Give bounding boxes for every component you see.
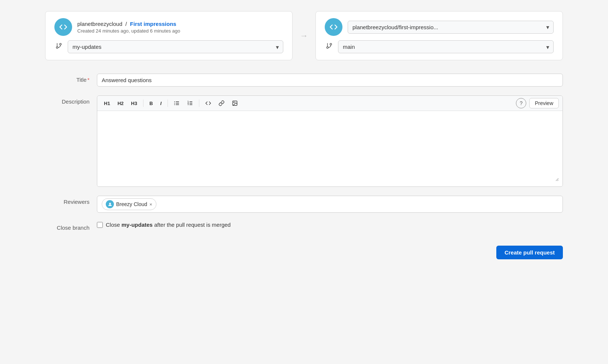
reviewers-row: Reviewers Breezy Cloud × bbox=[45, 196, 563, 213]
source-branch-select[interactable]: my-updates main develop bbox=[68, 40, 283, 53]
toolbar-right: ? Preview bbox=[516, 98, 559, 108]
image-button[interactable] bbox=[229, 98, 241, 108]
close-branch-row: Close branch Close my-updates after the … bbox=[45, 222, 563, 231]
reviewers-field[interactable]: Breezy Cloud × bbox=[97, 196, 563, 213]
description-row: Description H1 H2 H3 B I bbox=[45, 95, 563, 187]
h2-button[interactable]: H2 bbox=[115, 99, 127, 108]
unordered-list-button[interactable] bbox=[171, 98, 183, 108]
target-branch-select[interactable]: main develop my-updates bbox=[338, 40, 554, 53]
h3-button[interactable]: H3 bbox=[128, 99, 140, 108]
description-editor: H1 H2 H3 B I bbox=[97, 95, 563, 187]
svg-point-19 bbox=[234, 102, 234, 103]
close-branch-name: my-updates bbox=[122, 222, 153, 228]
editor-toolbar: H1 H2 H3 B I bbox=[97, 96, 563, 111]
source-repo-avatar bbox=[54, 18, 72, 36]
toolbar-separator-2 bbox=[168, 100, 168, 107]
repo-comparison-row: planetbreezycloud / First impressions Cr… bbox=[45, 11, 563, 60]
toolbar-separator-1 bbox=[143, 100, 143, 107]
bold-button[interactable]: B bbox=[146, 99, 156, 108]
source-repo-card: planetbreezycloud / First impressions Cr… bbox=[45, 11, 293, 60]
description-control: H1 H2 H3 B I bbox=[97, 95, 563, 187]
pr-form: Title* Description H1 H2 H3 B I bbox=[45, 74, 563, 259]
preview-button[interactable]: Preview bbox=[529, 98, 559, 108]
create-pr-button[interactable]: Create pull request bbox=[496, 246, 563, 259]
source-repo-org: planetbreezycloud bbox=[77, 21, 122, 27]
target-repo-select[interactable]: planetbreezycloud/first-impressio... bbox=[348, 21, 554, 34]
toolbar-separator-3 bbox=[199, 100, 199, 107]
svg-point-11 bbox=[174, 104, 175, 105]
target-repo-select-wrapper[interactable]: planetbreezycloud/first-impressio... bbox=[348, 21, 554, 34]
target-branch-select-wrapper[interactable]: main develop my-updates bbox=[338, 40, 554, 53]
ordered-list-button[interactable]: 1. 2. 3. bbox=[184, 98, 196, 108]
svg-point-9 bbox=[174, 101, 175, 102]
italic-button[interactable]: I bbox=[157, 99, 165, 108]
help-button[interactable]: ? bbox=[516, 98, 526, 108]
description-textarea[interactable] bbox=[101, 115, 559, 181]
merge-arrow: → bbox=[300, 31, 308, 41]
close-branch-text: Close my-updates after the pull request … bbox=[106, 222, 231, 228]
close-branch-checkbox[interactable] bbox=[97, 222, 103, 228]
title-required: * bbox=[87, 77, 89, 83]
title-input[interactable] bbox=[97, 74, 563, 87]
target-repo-avatar bbox=[325, 18, 342, 36]
h1-button[interactable]: H1 bbox=[101, 99, 113, 108]
description-label: Description bbox=[45, 95, 89, 105]
source-branch-icon bbox=[54, 43, 63, 51]
title-label: Title* bbox=[45, 74, 89, 83]
reviewer-avatar bbox=[106, 200, 114, 208]
close-branch-option: Close my-updates after the pull request … bbox=[97, 222, 563, 228]
source-branch-select-wrapper[interactable]: my-updates main develop bbox=[68, 40, 283, 53]
close-branch-text-post: after the pull request is merged bbox=[153, 222, 231, 228]
target-repo-card: planetbreezycloud/first-impressio... mai… bbox=[315, 11, 563, 60]
title-row: Title* bbox=[45, 74, 563, 87]
svg-point-10 bbox=[174, 103, 175, 104]
close-branch-label: Close branch bbox=[45, 222, 89, 231]
reviewer-tag: Breezy Cloud × bbox=[102, 198, 156, 210]
editor-body[interactable] bbox=[97, 111, 563, 186]
link-button[interactable] bbox=[216, 98, 227, 108]
source-repo-meta: Created 24 minutes ago, updated 6 minute… bbox=[77, 28, 180, 34]
svg-text:3.: 3. bbox=[188, 104, 189, 105]
code-button[interactable] bbox=[202, 98, 214, 108]
reviewers-label: Reviewers bbox=[45, 196, 89, 205]
close-branch-control: Close my-updates after the pull request … bbox=[97, 222, 563, 228]
target-branch-icon bbox=[325, 43, 334, 51]
svg-point-20 bbox=[109, 203, 111, 204]
source-repo-name[interactable]: First impressions bbox=[130, 21, 176, 27]
reviewers-control: Breezy Cloud × bbox=[97, 196, 563, 213]
reviewer-name: Breezy Cloud bbox=[116, 201, 147, 207]
reviewer-remove-button[interactable]: × bbox=[149, 202, 152, 207]
title-control bbox=[97, 74, 563, 87]
submit-row: Create pull request bbox=[45, 246, 563, 259]
